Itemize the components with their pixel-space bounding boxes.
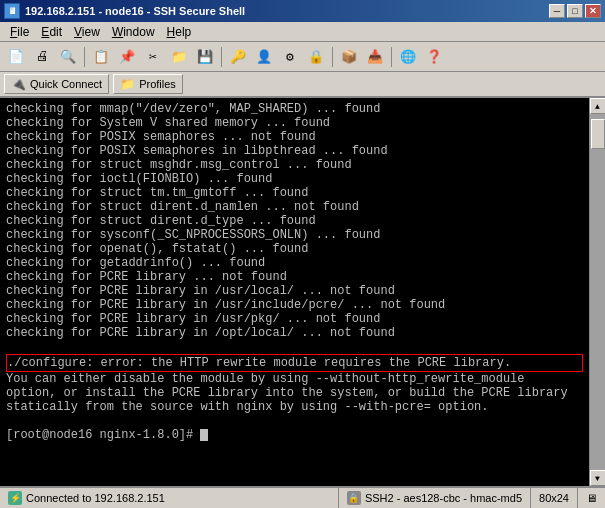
help-icon-btn[interactable]: ❓ <box>422 45 446 69</box>
separator-2 <box>221 47 222 67</box>
status-extra: 🖥 <box>578 488 605 508</box>
menu-file[interactable]: File <box>4 23 35 41</box>
scroll-track[interactable] <box>590 114 605 470</box>
toolbar-btn-11[interactable]: 📥 <box>363 45 387 69</box>
scrollbar[interactable]: ▲ ▼ <box>589 98 605 486</box>
quick-connect-icon: 🔌 <box>11 77 26 91</box>
menu-window[interactable]: Window <box>106 23 161 41</box>
menu-view[interactable]: View <box>68 23 106 41</box>
toolbar-btn-10[interactable]: 📦 <box>337 45 361 69</box>
status-connected-text: Connected to 192.168.2.151 <box>26 492 165 504</box>
toolbar-btn-7[interactable]: 👤 <box>252 45 276 69</box>
terminal-wrapper: checking for mmap("/dev/zero", MAP_SHARE… <box>0 98 605 486</box>
print-button[interactable]: 🖨 <box>30 45 54 69</box>
toolbar-btn-5[interactable]: 💾 <box>193 45 217 69</box>
status-connected: ⚡ Connected to 192.168.2.151 <box>0 488 339 508</box>
toolbar-btn-12[interactable]: 🌐 <box>396 45 420 69</box>
menu-edit[interactable]: Edit <box>35 23 68 41</box>
minimize-button[interactable]: ─ <box>549 4 565 18</box>
menu-bar: File Edit View Window Help <box>0 22 605 42</box>
quick-connect-button[interactable]: 🔌 Quick Connect <box>4 74 109 94</box>
scroll-thumb[interactable] <box>591 119 605 149</box>
new-button[interactable]: 📄 <box>4 45 28 69</box>
toolbar-btn-8[interactable]: ⚙ <box>278 45 302 69</box>
find-button[interactable]: 🔍 <box>56 45 80 69</box>
profiles-button[interactable]: 📁 Profiles <box>113 74 183 94</box>
status-dimensions-text: 80x24 <box>539 492 569 504</box>
toolbar-btn-4[interactable]: 📁 <box>167 45 191 69</box>
title-bar: 🖥 192.168.2.151 - node16 - SSH Secure Sh… <box>0 0 605 22</box>
scroll-up-button[interactable]: ▲ <box>590 98 606 114</box>
copy-button[interactable]: 📋 <box>89 45 113 69</box>
status-encryption-text: SSH2 - aes128-cbc - hmac-md5 <box>365 492 522 504</box>
profiles-label: Profiles <box>139 78 176 90</box>
connected-icon: ⚡ <box>8 491 22 505</box>
app-icon: 🖥 <box>4 3 20 19</box>
cut-button[interactable]: ✂ <box>141 45 165 69</box>
title-bar-controls: ─ □ ✕ <box>549 4 601 18</box>
quick-bar: 🔌 Quick Connect 📁 Profiles <box>0 72 605 98</box>
status-icon-extra: 🖥 <box>586 492 597 504</box>
toolbar: 📄 🖨 🔍 📋 📌 ✂ 📁 💾 🔑 👤 ⚙ 🔒 📦 📥 🌐 ❓ <box>0 42 605 72</box>
paste-button[interactable]: 📌 <box>115 45 139 69</box>
window-title: 192.168.2.151 - node16 - SSH Secure Shel… <box>25 5 245 17</box>
lock-icon: 🔒 <box>347 491 361 505</box>
scroll-down-button[interactable]: ▼ <box>590 470 606 486</box>
status-bar: ⚡ Connected to 192.168.2.151 🔒 SSH2 - ae… <box>0 486 605 508</box>
profiles-icon: 📁 <box>120 77 135 91</box>
separator-4 <box>391 47 392 67</box>
quick-connect-label: Quick Connect <box>30 78 102 90</box>
maximize-button[interactable]: □ <box>567 4 583 18</box>
menu-help[interactable]: Help <box>161 23 198 41</box>
status-encryption: 🔒 SSH2 - aes128-cbc - hmac-md5 <box>339 488 531 508</box>
title-bar-left: 🖥 192.168.2.151 - node16 - SSH Secure Sh… <box>4 3 245 19</box>
status-dimensions: 80x24 <box>531 488 578 508</box>
close-button[interactable]: ✕ <box>585 4 601 18</box>
toolbar-btn-6[interactable]: 🔑 <box>226 45 250 69</box>
toolbar-btn-9[interactable]: 🔒 <box>304 45 328 69</box>
separator-1 <box>84 47 85 67</box>
terminal[interactable]: checking for mmap("/dev/zero", MAP_SHARE… <box>0 98 589 486</box>
separator-3 <box>332 47 333 67</box>
